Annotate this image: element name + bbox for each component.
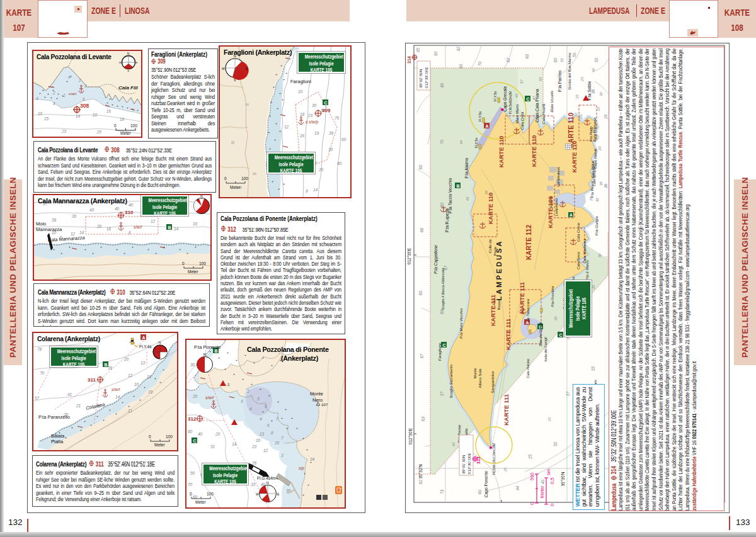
svg-text:33: 33 (592, 285, 595, 289)
svg-text:40: 40 (337, 161, 342, 166)
svg-text:+: + (302, 493, 304, 497)
svg-text:30: 30 (595, 198, 599, 202)
svg-text:Fl.Y.5s: Fl.Y.5s (474, 138, 478, 149)
svg-text:P.ta Alaimo: P.ta Alaimo (464, 157, 469, 178)
svg-text:N: N (159, 341, 161, 344)
svg-text:P.ta Parrino: P.ta Parrino (558, 71, 562, 92)
svg-text:+: + (273, 85, 275, 89)
svg-text:+: + (186, 251, 188, 255)
svg-text:308: 308 (80, 103, 89, 109)
svg-text:C: C (527, 97, 530, 101)
svg-text:14: 14 (76, 114, 81, 118)
svg-text:40: 40 (198, 432, 203, 436)
svg-text:+: + (65, 436, 67, 439)
svg-text:18: 18 (300, 112, 305, 116)
svg-text:40: 40 (541, 479, 545, 484)
svg-text:20: 20 (215, 432, 220, 436)
svg-text:19: 19 (148, 390, 153, 394)
svg-text:+: + (155, 251, 157, 255)
svg-text:Mannarazza: Mannarazza (36, 227, 62, 232)
svg-text:N: N (203, 353, 206, 356)
svg-text:34: 34 (310, 457, 315, 461)
svg-text:Fl.Y.4s: Fl.Y.4s (139, 344, 152, 349)
svg-text:C: C (443, 343, 446, 348)
svg-text:12: 12 (128, 373, 133, 378)
svg-text:+: + (159, 380, 161, 384)
svg-text:+: + (277, 106, 278, 110)
svg-text:Fl.W.5s82m2M: Fl.W.5s82m2M (508, 91, 512, 114)
svg-text:+: + (280, 64, 282, 67)
svg-text:+: + (47, 92, 49, 96)
svg-text:P.ta Ponente: P.ta Ponente (194, 344, 220, 350)
svg-text:30: 30 (312, 103, 317, 108)
svg-text:Meter: Meter (195, 500, 206, 504)
svg-text:39: 39 (108, 366, 113, 370)
svg-text:13: 13 (140, 361, 146, 365)
svg-text:+: + (123, 251, 125, 255)
svg-text:+: + (44, 95, 46, 99)
svg-text:KARTE 111: KARTE 111 (518, 281, 525, 314)
svg-text:Cala Croce: Cala Croce (576, 222, 580, 242)
svg-text:+: + (285, 407, 287, 411)
svg-text:10: 10 (93, 113, 98, 117)
svg-text:+: + (179, 247, 181, 251)
svg-text:100: 100 (166, 434, 173, 439)
svg-text:67: 67 (420, 353, 424, 358)
svg-text:36: 36 (591, 89, 595, 94)
svg-text:500: 500 (529, 472, 535, 480)
svg-text:30: 30 (72, 214, 77, 218)
svg-text:60: 60 (440, 309, 444, 314)
svg-text:36: 36 (550, 108, 554, 113)
svg-text:36: 36 (321, 108, 325, 112)
svg-text:0,5: 0,5 (549, 478, 555, 484)
svg-text:C: C (324, 101, 328, 105)
svg-text:+: + (272, 179, 273, 183)
svg-text:B: B (457, 184, 460, 188)
svg-text:+: + (112, 103, 113, 106)
svg-text:+: + (262, 410, 264, 414)
svg-text:3: 3 (241, 399, 243, 404)
svg-text:+: + (122, 105, 123, 108)
svg-text:Balata: Balata (51, 433, 65, 439)
svg-text:+: + (132, 107, 134, 111)
svg-text:73: 73 (440, 489, 444, 494)
svg-text:Monte: Monte (310, 391, 323, 397)
svg-text:14: 14 (79, 230, 84, 235)
svg-text:+: + (128, 404, 130, 408)
svg-text:20: 20 (96, 224, 102, 229)
svg-text:19: 19 (314, 131, 319, 135)
svg-text:16: 16 (106, 109, 112, 113)
svg-text:Mare Morto: Mare Morto (515, 104, 519, 123)
svg-text:44: 44 (452, 443, 455, 446)
svg-text:30: 30 (598, 253, 602, 257)
svg-text:012°30'E: 012°30'E (408, 427, 413, 444)
svg-text:50: 50 (190, 471, 195, 475)
svg-text:10: 10 (38, 111, 43, 116)
svg-text:57: 57 (566, 391, 570, 396)
svg-text:Faraglioni: Faraglioni (290, 79, 311, 84)
svg-text:KARTE 109: KARTE 109 (547, 196, 554, 228)
svg-text:14: 14 (232, 442, 237, 446)
svg-text:+: + (275, 122, 277, 125)
svg-text:20: 20 (96, 130, 102, 134)
svg-text:60: 60 (418, 290, 423, 295)
svg-text:+: + (39, 91, 41, 95)
svg-text:+: + (251, 382, 253, 386)
svg-text:+: + (236, 358, 238, 362)
svg-text:66: 66 (420, 227, 424, 232)
svg-text:+: + (84, 419, 86, 423)
svg-text:50: 50 (553, 441, 558, 446)
svg-text:4: 4 (260, 417, 262, 421)
svg-text:29: 29 (604, 114, 608, 120)
svg-text:34: 34 (484, 191, 488, 195)
svg-text:Cala Uccello: Cala Uccello (550, 91, 554, 112)
svg-text:+: + (286, 426, 288, 430)
svg-text:10: 10 (147, 375, 152, 379)
svg-text:+: + (84, 247, 86, 251)
svg-text:33: 33 (554, 316, 558, 320)
svg-text:+: + (302, 436, 304, 440)
svg-text:+: + (116, 247, 118, 251)
svg-text:+: + (307, 483, 309, 487)
svg-text:+: + (92, 251, 94, 255)
svg-text:+: + (80, 428, 82, 432)
